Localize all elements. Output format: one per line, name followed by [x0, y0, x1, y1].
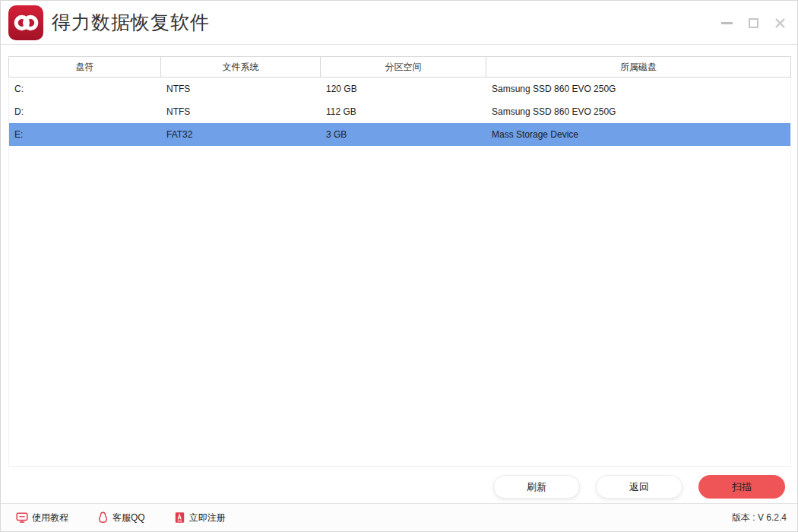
qq-service-link[interactable]: 客服QQ	[97, 511, 145, 524]
cell-size: 120 GB	[321, 78, 486, 100]
title-bar: 得力数据恢复软件	[1, 1, 797, 45]
action-button-row: 刷新 返回 扫描	[493, 475, 785, 499]
cell-size: 112 GB	[321, 100, 486, 123]
register-link[interactable]: 立即注册	[174, 511, 226, 524]
tutorial-link-label: 使用教程	[32, 511, 68, 524]
scan-button[interactable]: 扫描	[698, 475, 785, 499]
app-title: 得力数据恢复软件	[52, 10, 210, 35]
cell-drive: D:	[9, 100, 161, 123]
register-doc-icon	[174, 511, 185, 524]
register-link-label: 立即注册	[189, 511, 226, 524]
table-row-d[interactable]: D: NTFS 112 GB Samsung SSD 860 EVO 250G	[9, 100, 790, 123]
minimize-button[interactable]	[720, 16, 733, 30]
footer-bar: 使用教程 客服QQ 立即注册 版本 : V 6.2.4	[1, 503, 797, 531]
cell-drive: C:	[9, 78, 161, 100]
close-button[interactable]	[773, 16, 787, 30]
column-header-drive: 盘符	[9, 57, 161, 77]
refresh-button[interactable]: 刷新	[493, 475, 580, 499]
cell-fs: NTFS	[161, 78, 321, 100]
table-header: 盘符 文件系统 分区空间 所属磁盘	[8, 56, 791, 78]
tutorial-monitor-icon	[16, 511, 28, 524]
cell-disk: Samsung SSD 860 EVO 250G	[486, 100, 790, 123]
partition-table: 盘符 文件系统 分区空间 所属磁盘 C: NTFS 120 GB Samsung…	[8, 56, 791, 467]
back-button[interactable]: 返回	[596, 475, 682, 499]
cell-size: 3 GB	[321, 123, 486, 146]
maximize-button[interactable]	[746, 16, 760, 30]
cell-disk: Samsung SSD 860 EVO 250G	[486, 78, 790, 100]
infinity-logo-icon	[11, 11, 40, 34]
cell-fs: NTFS	[161, 100, 321, 123]
table-row-c[interactable]: C: NTFS 120 GB Samsung SSD 860 EVO 250G	[9, 78, 790, 100]
app-window: 得力数据恢复软件 盘符 文件系统 分区空间 所属磁盘 C: NTFS 120 G…	[0, 0, 798, 532]
table-body: C: NTFS 120 GB Samsung SSD 860 EVO 250G …	[8, 78, 791, 467]
version-label: 版本 : V 6.2.4	[732, 511, 787, 524]
column-header-size: 分区空间	[321, 57, 486, 77]
column-header-disk: 所属磁盘	[486, 57, 790, 77]
cell-fs: FAT32	[161, 123, 321, 146]
tutorial-link[interactable]: 使用教程	[16, 511, 68, 524]
cell-drive: E:	[9, 123, 161, 146]
qq-penguin-icon	[97, 511, 109, 524]
app-logo	[8, 5, 43, 40]
qq-service-link-label: 客服QQ	[112, 511, 145, 524]
close-icon	[774, 17, 786, 29]
column-header-fs: 文件系统	[161, 57, 321, 77]
cell-disk: Mass Storage Device	[486, 123, 790, 146]
window-controls	[720, 1, 787, 45]
table-row-e-selected[interactable]: E: FAT32 3 GB Mass Storage Device	[9, 123, 790, 146]
